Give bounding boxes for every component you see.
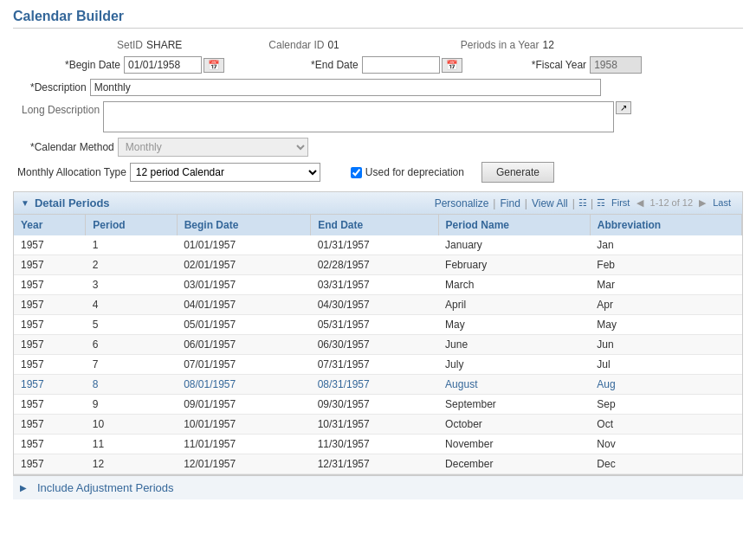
table-header-row: Year Period Begin Date End Date Period N… (14, 215, 742, 235)
calendar-id-value: 01 (327, 39, 339, 51)
cell-abbreviation: May (590, 315, 741, 335)
cell-end-date: 07/31/1957 (311, 355, 438, 375)
cell-abbreviation: Mar (590, 275, 741, 295)
cell-period: 6 (86, 335, 177, 355)
cell-period-name: November (438, 435, 590, 454)
cell-period: 1 (86, 235, 177, 255)
cell-period: 3 (86, 275, 177, 295)
nav-icon-prev[interactable]: ◀ (636, 197, 643, 208)
calendar-id-group: Calendar ID 01 (268, 39, 339, 51)
cell-end-date[interactable]: 08/31/1957 (311, 375, 438, 395)
alloc-type-select[interactable]: 12 period Calendar (130, 163, 320, 182)
pagination-text: 1-12 of 12 (650, 197, 694, 208)
cell-period-name: August (438, 375, 590, 395)
cell-period: 7 (86, 355, 177, 375)
form-row-2: *Begin Date 01/01/1958 📅 *End Date 📅 *Fi… (13, 56, 743, 74)
col-period-name: Period Name (438, 215, 590, 235)
expand-textarea-btn[interactable]: ↗ (616, 101, 631, 114)
find-link[interactable]: Find (500, 197, 520, 209)
description-group: *Description Monthly (13, 79, 601, 96)
table-row: 1957 1 01/01/1957 01/31/1957 January Jan (14, 235, 742, 255)
cell-year: 1957 (14, 235, 86, 255)
table-icon-btn[interactable]: ☶ (595, 196, 607, 209)
cell-year: 1957 (14, 395, 86, 415)
begin-date-calendar-btn[interactable]: 📅 (204, 58, 224, 73)
table-row: 1957 9 09/01/1957 09/30/1957 September S… (14, 395, 742, 415)
include-adj-expand-icon[interactable]: ▶ (20, 483, 27, 493)
detail-section: ▼ Detail Periods Personalize | Find | Vi… (13, 191, 743, 475)
col-year: Year (14, 215, 86, 235)
cell-period: 2 (86, 255, 177, 275)
page-title: Calendar Builder (13, 9, 743, 29)
form-row-4: Long Description ↗ (13, 101, 743, 132)
setid-group: SetID SHARE (117, 39, 182, 51)
detail-table: Year Period Begin Date End Date Period N… (14, 215, 742, 474)
cell-end-date: 06/30/1957 (311, 335, 438, 355)
form-row-6: Monthly Allocation Type 12 period Calend… (13, 162, 743, 183)
cell-end-date: 10/31/1957 (311, 415, 438, 435)
form-row-3: *Description Monthly (13, 79, 743, 96)
cell-period-name: March (438, 275, 590, 295)
cell-year: 1957 (14, 335, 86, 355)
cell-year: 1957 (14, 255, 86, 275)
begin-date-label: *Begin Date (65, 59, 120, 71)
long-desc-textarea[interactable] (103, 101, 614, 132)
cell-end-date: 04/30/1957 (311, 295, 438, 315)
view-all-link[interactable]: View All (532, 197, 568, 209)
periods-label: Periods in a Year (461, 39, 540, 51)
col-begin-date: Begin Date (177, 215, 311, 235)
table-row: 1957 2 02/01/1957 02/28/1957 February Fe… (14, 255, 742, 275)
cell-abbreviation: Oct (590, 415, 741, 435)
detail-nav: Personalize | Find | View All | ☷ | ☶ Fi… (432, 196, 735, 209)
form-row-1: SetID SHARE Calendar ID 01 Periods in a … (13, 39, 743, 51)
cell-abbreviation: Feb (590, 255, 741, 275)
cell-period: 10 (86, 415, 177, 435)
form-section: SetID SHARE Calendar ID 01 Periods in a … (13, 39, 743, 183)
cell-period-name: October (438, 415, 590, 435)
detail-header-left: ▼ Detail Periods (21, 196, 110, 209)
begin-date-input[interactable]: 01/01/1958 (124, 56, 202, 74)
collapse-icon[interactable]: ▼ (21, 198, 29, 208)
cell-begin-date[interactable]: 08/01/1957 (177, 375, 311, 395)
calendar-method-select[interactable]: Monthly (118, 138, 308, 157)
table-row: 1957 6 06/01/1957 06/30/1957 June Jun (14, 335, 742, 355)
calendar-id-label: Calendar ID (268, 39, 324, 51)
end-date-calendar-btn[interactable]: 📅 (442, 58, 462, 73)
depreciation-checkbox[interactable] (351, 167, 362, 178)
cell-begin-date: 09/01/1957 (177, 395, 311, 415)
cell-year: 1957 (14, 375, 86, 395)
cell-year: 1957 (14, 415, 86, 435)
long-desc-label: Long Description (22, 104, 100, 116)
depreciation-label: Used for depreciation (365, 166, 464, 178)
cell-period: 5 (86, 315, 177, 335)
calendar-method-group: *Calendar Method Monthly (30, 138, 308, 157)
cell-abbreviation: Nov (590, 435, 741, 454)
cell-begin-date: 10/01/1957 (177, 415, 311, 435)
personalize-link[interactable]: Personalize (435, 197, 489, 209)
cell-period: 11 (86, 435, 177, 454)
grid-icon-btn[interactable]: ☷ (577, 196, 589, 209)
description-input[interactable]: Monthly (90, 79, 601, 96)
cell-year: 1957 (14, 275, 86, 295)
cell-end-date: 01/31/1957 (311, 235, 438, 255)
setid-label: SetID (117, 39, 143, 51)
periods-group: Periods in a Year 12 (461, 39, 554, 51)
generate-button[interactable]: Generate (481, 162, 554, 183)
first-link[interactable]: First (611, 197, 630, 208)
cell-begin-date: 03/01/1957 (177, 275, 311, 295)
col-end-date: End Date (311, 215, 438, 235)
end-date-input[interactable] (362, 56, 440, 74)
cell-period[interactable]: 8 (86, 375, 177, 395)
last-link[interactable]: Last (713, 197, 731, 208)
nav-icon-next[interactable]: ▶ (699, 197, 706, 208)
cell-period-name: January (438, 235, 590, 255)
cell-begin-date: 04/01/1957 (177, 295, 311, 315)
cell-period-name: June (438, 335, 590, 355)
col-abbreviation: Abbreviation (590, 215, 741, 235)
table-row: 1957 7 07/01/1957 07/31/1957 July Jul (14, 355, 742, 375)
cell-abbreviation: Jul (590, 355, 741, 375)
cell-end-date: 02/28/1957 (311, 255, 438, 275)
include-adj-title: Include Adjustment Periods (37, 481, 174, 494)
alloc-type-label: Monthly Allocation Type (17, 166, 126, 178)
table-row: 1957 12 12/01/1957 12/31/1957 December D… (14, 454, 742, 474)
